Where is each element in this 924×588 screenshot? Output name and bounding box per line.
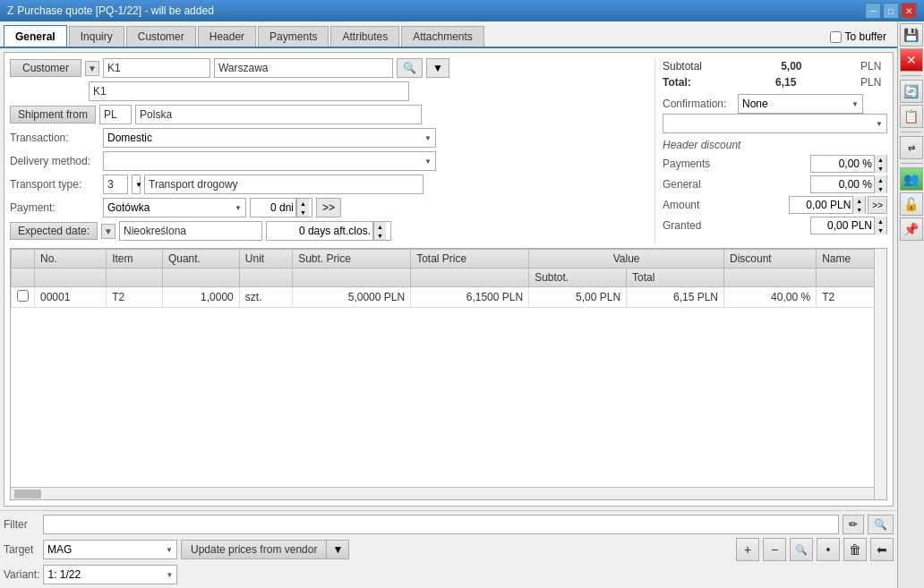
- transport-code-arrow: ▼: [135, 181, 142, 189]
- country-name-input[interactable]: [135, 105, 422, 124]
- expected-date-expand[interactable]: ▼: [101, 224, 116, 239]
- customer-button[interactable]: Customer: [10, 59, 81, 77]
- save-sidebar-button[interactable]: 💾: [900, 23, 923, 47]
- row-discount: 40,00 %: [724, 287, 817, 308]
- bottom-right-buttons: + − 🔍 • 🗑 ⬅: [736, 538, 894, 561]
- filter-input[interactable]: [43, 515, 839, 534]
- amount-spin-down[interactable]: ▼: [852, 205, 865, 214]
- refresh-sidebar-button[interactable]: 🔄: [900, 80, 923, 103]
- copy-sidebar-button[interactable]: 📋: [900, 105, 923, 128]
- unlock-sidebar-button[interactable]: 🔓: [900, 192, 923, 216]
- row-total-price: 6,1500 PLN: [411, 287, 529, 308]
- row-quant: 1,0000: [162, 287, 239, 308]
- maximize-button[interactable]: □: [883, 3, 899, 19]
- transfer-sidebar-button[interactable]: ⇄: [900, 136, 923, 159]
- users-sidebar-button[interactable]: 👥: [900, 167, 923, 191]
- transport-name-input[interactable]: [144, 175, 424, 194]
- granted-spin: ▲ ▼: [874, 217, 886, 234]
- expected-date-value-input[interactable]: [119, 221, 262, 241]
- back-bottom-button[interactable]: ⬅: [870, 538, 894, 561]
- payment-row: Payment: Gotówka ▼ ▲ ▼ >>: [10, 198, 647, 217]
- delete-bottom-button[interactable]: 🗑: [843, 538, 867, 561]
- row-checkbox-cell: [12, 287, 35, 308]
- payment-action-button[interactable]: >>: [316, 198, 341, 217]
- customer-more-button[interactable]: ▼: [426, 58, 449, 78]
- shipment-from-button[interactable]: Shipment from: [10, 106, 96, 124]
- expected-days-input[interactable]: [267, 224, 372, 238]
- tab-header[interactable]: Header: [198, 26, 256, 47]
- pin-sidebar-button[interactable]: 📌: [900, 217, 923, 241]
- amount-spin-up[interactable]: ▲: [852, 196, 865, 205]
- transport-code-input[interactable]: [103, 175, 128, 194]
- table-scrollbar-h[interactable]: [11, 487, 874, 499]
- payments-spin-down[interactable]: ▼: [874, 164, 886, 173]
- target-dropdown[interactable]: MAG ▼: [43, 540, 177, 559]
- customer-search-button[interactable]: 🔍: [397, 58, 423, 78]
- separator-bottom-button[interactable]: •: [817, 538, 840, 561]
- transaction-value: Domestic: [107, 132, 152, 144]
- tab-general[interactable]: General: [4, 25, 67, 47]
- row-item: T2: [107, 287, 163, 308]
- payments-discount-input[interactable]: [811, 157, 874, 171]
- items-table: No. Item Quant. Unit Subt. Price Total P…: [11, 249, 886, 308]
- expected-date-button[interactable]: Expected date:: [10, 222, 98, 240]
- col-no: No.: [35, 250, 107, 268]
- title-bar: Z Purchase quote [PQ-1/22] - will be add…: [0, 0, 924, 21]
- payments-spin-up[interactable]: ▲: [874, 155, 886, 164]
- row-no: 00001: [35, 287, 107, 308]
- variant-row: Variant: 1: 1/22 ▼: [4, 565, 894, 584]
- confirmation-dropdown[interactable]: None ▼: [738, 94, 863, 114]
- payments-discount-row: Payments ▲ ▼: [663, 155, 887, 173]
- transport-code-dropdown[interactable]: ▼: [132, 175, 141, 194]
- payment-days-input[interactable]: [251, 200, 295, 215]
- expected-days-wrap: ▲ ▼: [266, 221, 391, 241]
- search-bottom-button[interactable]: 🔍: [790, 538, 813, 561]
- total-value: 6,15: [751, 76, 796, 89]
- amount-input[interactable]: [790, 198, 852, 212]
- subh-quant: [162, 268, 239, 287]
- cancel-sidebar-button[interactable]: ✕: [900, 48, 923, 72]
- customer-name-input[interactable]: [89, 81, 409, 101]
- payment-arrow: ▼: [235, 204, 242, 212]
- payment-dropdown[interactable]: Gotówka ▼: [103, 198, 246, 217]
- expected-days-up[interactable]: ▲: [373, 222, 386, 231]
- row-checkbox[interactable]: [17, 290, 29, 302]
- expected-days-down[interactable]: ▼: [373, 231, 386, 240]
- granted-spin-up[interactable]: ▲: [874, 217, 886, 226]
- customer-expand[interactable]: ▼: [85, 61, 99, 76]
- customer-id-input[interactable]: [103, 58, 210, 78]
- tab-attributes[interactable]: Attributes: [330, 26, 399, 47]
- filter-edit-button[interactable]: ✏: [843, 515, 864, 534]
- country-code-input[interactable]: [99, 105, 132, 124]
- subh-discount: [724, 268, 817, 287]
- granted-input[interactable]: [811, 218, 874, 233]
- table-scrollbar-v[interactable]: [874, 249, 886, 499]
- shipment-from-row: Shipment from: [10, 105, 647, 124]
- payment-days-down[interactable]: ▼: [296, 208, 309, 217]
- to-buffer-checkbox[interactable]: [830, 31, 842, 43]
- delivery-method-dropdown[interactable]: ▼: [103, 151, 436, 171]
- filter-search-button[interactable]: 🔍: [868, 515, 894, 534]
- update-prices-arrow-button[interactable]: ▼: [327, 540, 349, 559]
- granted-spin-down[interactable]: ▼: [874, 226, 886, 234]
- payment-days-up[interactable]: ▲: [296, 199, 309, 208]
- variant-dropdown[interactable]: 1: 1/22 ▼: [43, 565, 177, 584]
- general-spin-down[interactable]: ▼: [874, 184, 886, 193]
- tab-attachments[interactable]: Attachments: [401, 26, 484, 47]
- tab-customer[interactable]: Customer: [126, 26, 196, 47]
- subh-subtot: Subtot.: [529, 268, 627, 287]
- amount-action-button[interactable]: >>: [868, 196, 887, 214]
- tab-payments[interactable]: Payments: [258, 26, 329, 47]
- general-spin-up[interactable]: ▲: [874, 175, 886, 184]
- close-window-button[interactable]: ✕: [901, 3, 917, 19]
- tab-inquiry[interactable]: Inquiry: [69, 26, 124, 47]
- update-prices-button[interactable]: Update prices from vendor: [181, 540, 327, 559]
- remove-row-button[interactable]: −: [763, 538, 786, 561]
- customer-city-input[interactable]: [214, 58, 393, 78]
- minimize-button[interactable]: ─: [865, 3, 881, 19]
- to-buffer-label: To buffer: [845, 30, 886, 43]
- add-row-button[interactable]: +: [736, 538, 759, 561]
- general-discount-input[interactable]: [811, 177, 874, 192]
- transaction-dropdown[interactable]: Domestic ▼: [103, 128, 436, 148]
- confirmation-text-dropdown[interactable]: ▼: [663, 114, 887, 133]
